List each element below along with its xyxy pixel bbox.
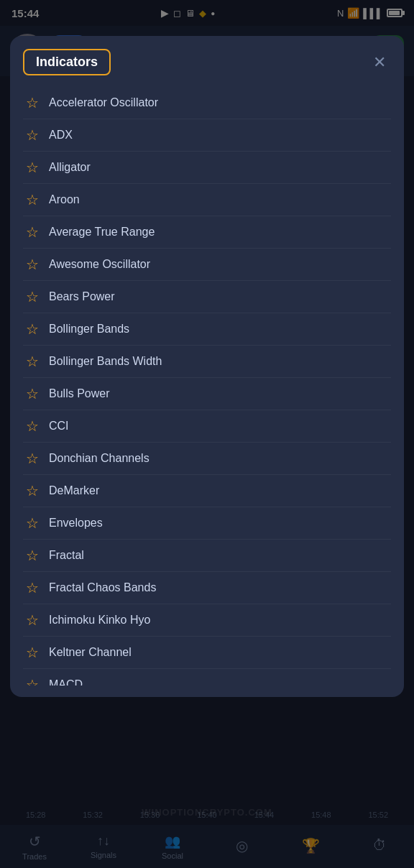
star-icon: ☆ xyxy=(26,96,39,110)
indicator-name: Bears Power xyxy=(49,290,115,303)
indicators-modal: Indicators ✕ ☆Accelerator Oscillator☆ADX… xyxy=(10,36,404,697)
star-icon: ☆ xyxy=(26,193,39,207)
indicator-name: CCI xyxy=(49,420,69,433)
indicator-list-wrapper[interactable]: ☆Accelerator Oscillator☆ADX☆Alligator☆Ar… xyxy=(10,87,404,685)
indicator-item[interactable]: ☆Envelopes xyxy=(23,507,391,540)
indicator-item[interactable]: ☆CCI xyxy=(23,410,391,443)
indicator-name: ADX xyxy=(49,129,73,142)
star-icon: ☆ xyxy=(26,387,39,401)
star-icon: ☆ xyxy=(26,548,39,563)
star-icon: ☆ xyxy=(26,581,39,595)
indicator-item[interactable]: ☆Aroon xyxy=(23,184,391,216)
indicator-name: Accelerator Oscillator xyxy=(49,96,158,109)
star-icon: ☆ xyxy=(26,322,39,336)
modal-header: Indicators ✕ xyxy=(10,36,404,87)
modal-title-box: Indicators xyxy=(23,49,111,75)
indicator-name: Bollinger Bands Width xyxy=(49,355,162,368)
indicator-name: Envelopes xyxy=(49,517,103,530)
indicator-name: MACD xyxy=(49,678,83,685)
indicator-name: DeMarker xyxy=(49,484,99,497)
indicator-item[interactable]: ☆Bears Power xyxy=(23,281,391,313)
indicator-item[interactable]: ☆Fractal xyxy=(23,540,391,572)
indicator-item[interactable]: ☆Bollinger Bands xyxy=(23,313,391,346)
indicator-item[interactable]: ☆Ichimoku Kinko Hyo xyxy=(23,604,391,637)
indicator-name: Donchian Channels xyxy=(49,452,150,465)
close-button[interactable]: ✕ xyxy=(368,51,391,74)
indicator-item[interactable]: ☆Accelerator Oscillator xyxy=(23,87,391,119)
indicator-name: Fractal xyxy=(49,549,84,562)
star-icon: ☆ xyxy=(26,678,39,685)
indicator-item[interactable]: ☆Donchian Channels xyxy=(23,443,391,475)
indicator-list: ☆Accelerator Oscillator☆ADX☆Alligator☆Ar… xyxy=(10,87,404,685)
indicator-name: Fractal Chaos Bands xyxy=(49,581,156,594)
indicator-name: Average True Range xyxy=(49,226,155,239)
indicator-item[interactable]: ☆Average True Range xyxy=(23,216,391,249)
indicator-name: Bollinger Bands xyxy=(49,323,129,336)
star-icon: ☆ xyxy=(26,354,39,369)
star-icon: ☆ xyxy=(26,516,39,530)
indicator-name: Keltner Channel xyxy=(49,646,132,659)
indicator-item[interactable]: ☆Keltner Channel xyxy=(23,637,391,669)
indicator-item[interactable]: ☆MACD xyxy=(23,669,391,685)
star-icon: ☆ xyxy=(26,225,39,239)
indicator-item[interactable]: ☆Bollinger Bands Width xyxy=(23,346,391,378)
indicator-item[interactable]: ☆Bulls Power xyxy=(23,378,391,410)
indicator-item[interactable]: ☆DeMarker xyxy=(23,475,391,507)
indicator-item[interactable]: ☆Fractal Chaos Bands xyxy=(23,572,391,604)
star-icon: ☆ xyxy=(26,160,39,175)
star-icon: ☆ xyxy=(26,484,39,498)
star-icon: ☆ xyxy=(26,419,39,433)
indicator-name: Awesome Oscillator xyxy=(49,258,150,271)
star-icon: ☆ xyxy=(26,645,39,660)
star-icon: ☆ xyxy=(26,257,39,272)
indicator-item[interactable]: ☆Awesome Oscillator xyxy=(23,249,391,281)
indicator-name: Alligator xyxy=(49,161,91,174)
star-icon: ☆ xyxy=(26,290,39,304)
indicator-name: Ichimoku Kinko Hyo xyxy=(49,614,150,627)
indicator-item[interactable]: ☆Alligator xyxy=(23,152,391,184)
star-icon: ☆ xyxy=(26,128,39,142)
indicator-item[interactable]: ☆ADX xyxy=(23,119,391,152)
modal-title: Indicators xyxy=(36,55,98,69)
indicator-name: Bulls Power xyxy=(49,387,109,400)
indicator-name: Aroon xyxy=(49,193,80,206)
star-icon: ☆ xyxy=(26,613,39,627)
star-icon: ☆ xyxy=(26,451,39,466)
